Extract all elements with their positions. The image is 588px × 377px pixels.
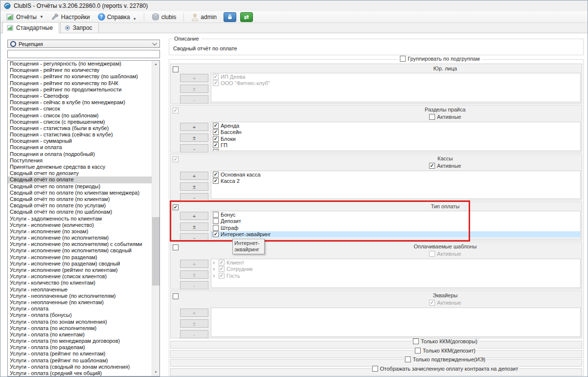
section-list-item[interactable]: Штраф	[211, 224, 580, 231]
user-indicator[interactable]: admin	[188, 12, 220, 22]
tab-standard-reports[interactable]: Стандартные	[2, 22, 59, 33]
report-list-item[interactable]: Поступления	[8, 157, 159, 164]
report-list-item[interactable]: Сводный отчёт по оплате (по клиентам мен…	[8, 190, 159, 196]
report-list-item[interactable]: Услуги - оплата (по исполнителям)	[8, 325, 159, 332]
section-list-item[interactable]: ГП	[211, 142, 580, 149]
section-list-item[interactable]: Бонус	[211, 211, 580, 218]
bottom-option-checkbox[interactable]	[415, 348, 421, 354]
report-list-item[interactable]: Сводный отчёт по оплате	[8, 177, 159, 183]
help-menu-button[interactable]: ? Справка ▼	[95, 12, 139, 22]
remove-button[interactable]: -	[180, 193, 208, 201]
report-list-item[interactable]: Посещения - рейтинг по продолжительности	[8, 87, 159, 93]
report-list-item[interactable]: Услуги - исполнение (по зонам)	[8, 228, 159, 235]
section-list-item[interactable]: дети	[211, 149, 580, 151]
reports-menu-button[interactable]: Отчёты ▼	[3, 12, 46, 22]
report-list-item[interactable]: Услуги - исполнение (по разделам)	[8, 254, 159, 261]
tab-query[interactable]: Запрос	[60, 22, 99, 33]
report-list-item[interactable]: Посещения - список	[8, 106, 159, 112]
add-button[interactable]: +	[180, 212, 208, 220]
section-list-item[interactable]: Депозит	[211, 218, 580, 225]
report-list-item[interactable]: Посещения - статистика (были в клубе)	[8, 125, 159, 132]
report-list-item[interactable]: Посещения - статистика (сейчас в клубе)	[8, 132, 159, 138]
item-checkbox[interactable]	[213, 149, 219, 151]
report-list-item[interactable]: Услуги - оплата (бонусы)	[8, 312, 159, 318]
item-checkbox[interactable]	[213, 178, 219, 184]
report-list-item[interactable]: Посещения и оплата	[8, 144, 159, 151]
report-list-item[interactable]: Услуги - исполнение (список клиентов)	[8, 273, 159, 280]
tree-expand-icon[interactable]: ›	[213, 266, 217, 271]
database-indicator[interactable]: clubis	[149, 12, 180, 22]
bottom-option-checkbox[interactable]	[405, 356, 411, 362]
report-list-item[interactable]: Сводный отчёт по оплате (по шаблонам)	[8, 209, 159, 215]
report-list-item[interactable]: Сводный отчет по депозиту	[8, 170, 159, 177]
sync-button[interactable]: ⇄	[240, 12, 253, 22]
report-list-item[interactable]: Посещения - сейчас в клубе (по менеджера…	[8, 99, 159, 106]
add-button[interactable]: +	[180, 172, 208, 180]
item-checkbox[interactable]	[213, 218, 219, 224]
report-list-item[interactable]: Услуги - неоплаченные	[8, 287, 159, 293]
report-list-item[interactable]: Услуги - оплата (по клиентам)	[8, 332, 159, 338]
remove-button[interactable]: -	[180, 144, 208, 153]
section-enable-checkbox[interactable]	[173, 67, 179, 72]
add-button[interactable]: +	[180, 123, 208, 131]
tree-expand-icon[interactable]: ›	[213, 260, 217, 265]
report-list-item[interactable]: Услуги - оплата (по менеджерам договоров…	[8, 338, 159, 344]
report-list-item[interactable]: Услуги - неоплаченные (по исполнителям)	[8, 293, 159, 299]
report-list-item[interactable]: Посещения - рейтинг по количеству	[8, 67, 159, 73]
report-list-item[interactable]: Сводный отчёт по оплате (по клиентам)	[8, 196, 159, 202]
add-remove-button[interactable]: ±	[180, 182, 208, 191]
bottom-option-checkbox[interactable]	[413, 338, 419, 344]
add-remove-button[interactable]: ±	[180, 133, 208, 142]
report-list-item[interactable]: Услуги - исполнение (по исполнителям) с …	[8, 241, 159, 247]
item-checkbox[interactable]	[213, 231, 219, 237]
report-list-item[interactable]: Услуги - оплата	[8, 306, 159, 312]
section-list-item[interactable]: Бассейн	[211, 129, 580, 136]
group-by-subgroups-checkbox[interactable]	[400, 56, 406, 62]
active-only-checkbox[interactable]	[429, 163, 435, 169]
report-list[interactable]: ▲ ▼ Посещения - регулярность (по менедже…	[7, 60, 160, 377]
settings-menu-button[interactable]: Настройки	[48, 12, 93, 22]
report-list-item[interactable]: Услуги - исполнение (рейтинг по клиентам…	[8, 267, 159, 273]
report-list-item[interactable]: Услуги - исполнение (количество)	[8, 222, 159, 228]
report-list-item[interactable]: Принятые денежные средства в кассу	[8, 164, 159, 170]
report-list-item[interactable]: Услуги - оплата (рейтинг по клиентам)	[8, 351, 159, 357]
report-list-item[interactable]: Услуги - исполнение (по разделам) сводны…	[8, 261, 159, 267]
add-remove-button[interactable]: ±	[180, 222, 208, 231]
remove-button[interactable]: -	[180, 233, 208, 242]
tree-expand-icon[interactable]: ›	[213, 273, 217, 278]
section-enable-checkbox[interactable]	[173, 293, 179, 299]
report-list-item[interactable]: Услуги - оплата (по зонам исполнения)	[8, 319, 159, 325]
report-list-item[interactable]: Посещения - регулярность (по менеджерам)	[8, 61, 159, 67]
section-list-item[interactable]: Касса 2	[211, 178, 580, 185]
report-list-item[interactable]: Услуги - оплата (сводный по зонам исполн…	[8, 364, 159, 370]
report-list-item[interactable]: Посещения - суммарный	[8, 138, 159, 144]
item-checkbox[interactable]	[213, 212, 219, 218]
report-list-item[interactable]: Услуги - оплата (рейтинг по шаблонам)	[8, 357, 159, 364]
report-list-item[interactable]: Посещения - рейтинг по количеству по БЧК	[8, 80, 159, 87]
active-only-checkbox[interactable]	[429, 114, 435, 120]
report-list-item[interactable]: Услуги - исполнение (по исполнителям) св…	[8, 247, 159, 254]
lock-button[interactable]	[224, 12, 236, 22]
scroll-up-icon[interactable]: ▲	[152, 61, 159, 68]
report-list-item[interactable]: Услуги - количество (по клиентам)	[8, 280, 159, 286]
item-checkbox[interactable]	[213, 136, 219, 142]
report-category-select[interactable]: Рецепция	[7, 40, 160, 48]
report-list-item[interactable]: Посещения - список (с превышением)	[8, 119, 159, 125]
section-list-item[interactable]: Аренда	[211, 122, 580, 129]
item-checkbox[interactable]	[213, 225, 219, 231]
scroll-down-icon[interactable]: ▼	[152, 369, 159, 376]
item-checkbox[interactable]	[213, 129, 219, 135]
report-list-item[interactable]: Посещения - список (по шаблонам)	[8, 112, 159, 119]
section-enable-checkbox[interactable]	[173, 244, 179, 250]
report-filter-input[interactable]	[7, 50, 160, 58]
section-enable-checkbox[interactable]	[173, 204, 179, 210]
section-list-item[interactable]: Основная касса	[211, 171, 580, 178]
item-checkbox[interactable]	[213, 172, 219, 177]
section-list-item[interactable]: Интернет-эквайринг	[211, 231, 580, 238]
scrollbar[interactable]: ▲ ▼	[152, 61, 159, 376]
report-list-item[interactable]: Посещения - рейтинг по количеству (по ша…	[8, 73, 159, 80]
section-list-item[interactable]: Блоки	[211, 135, 580, 142]
report-list-item[interactable]: Услуги - оплата (по разделам)	[8, 344, 159, 351]
report-list-item[interactable]: Посещения - Светофор	[8, 93, 159, 99]
report-list-item[interactable]: Сводный отчет по оплате (периоды)	[8, 183, 159, 190]
